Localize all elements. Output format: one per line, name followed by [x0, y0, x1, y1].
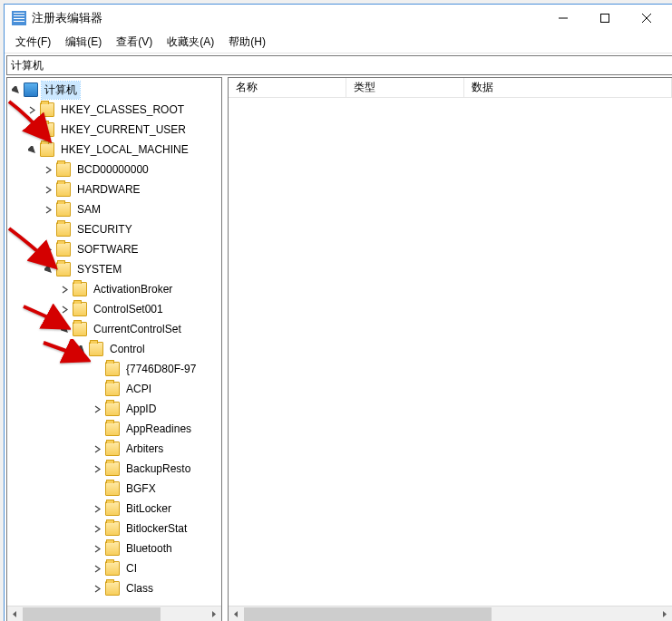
expander-icon[interactable]: [42, 243, 54, 256]
tree-label: SOFTWARE: [77, 243, 139, 256]
expander-icon[interactable]: [42, 163, 54, 176]
tree-node-software[interactable]: SOFTWARE: [7, 239, 221, 259]
menu-favorites[interactable]: 收藏夹(A): [160, 33, 221, 52]
tree-node-bluetooth[interactable]: Bluetooth: [7, 539, 221, 558]
expander-icon[interactable]: [91, 542, 103, 555]
folder-icon: [105, 382, 120, 396]
expander-icon[interactable]: [91, 562, 103, 575]
tree-node-sam[interactable]: SAM: [7, 199, 221, 219]
list-horizontal-scrollbar[interactable]: [229, 606, 672, 621]
tree-node-hklm[interactable]: HKEY_LOCAL_MACHINE: [7, 140, 221, 160]
tree-node-bcd[interactable]: BCD00000000: [7, 160, 221, 180]
column-header-type[interactable]: 类型: [346, 78, 464, 97]
tree-label: Bluetooth: [126, 542, 172, 555]
scroll-right-button[interactable]: [206, 607, 221, 621]
scroll-track[interactable]: [244, 607, 657, 621]
close-button[interactable]: [626, 5, 667, 32]
tree-label: Arbiters: [126, 442, 163, 455]
expander-icon[interactable]: [74, 343, 87, 355]
folder-icon: [105, 481, 120, 496]
expander-icon[interactable]: [25, 143, 38, 156]
tree-node-currentcontrolset[interactable]: CurrentControlSet: [7, 319, 221, 339]
folder-icon: [73, 282, 87, 296]
minimize-button[interactable]: [542, 5, 584, 32]
expander-icon[interactable]: [91, 502, 103, 515]
tree-node-hkcu[interactable]: HKEY_CURRENT_USER: [7, 120, 221, 140]
address-path: 计算机: [11, 58, 44, 73]
expander-icon[interactable]: [25, 103, 38, 116]
menubar: 文件(F) 编辑(E) 查看(V) 收藏夹(A) 帮助(H): [5, 32, 672, 53]
scroll-right-button[interactable]: [657, 607, 672, 621]
folder-icon: [105, 402, 120, 416]
scroll-thumb[interactable]: [23, 607, 161, 621]
address-bar[interactable]: 计算机: [6, 55, 672, 75]
tree-node-class[interactable]: Class: [7, 578, 221, 598]
tree-node-guid[interactable]: {7746D80F-97: [7, 359, 221, 379]
tree-node-appreadiness[interactable]: AppReadines: [7, 419, 221, 439]
expander-icon[interactable]: [91, 522, 103, 535]
expander-icon[interactable]: [58, 303, 71, 315]
expander-icon[interactable]: [58, 323, 71, 335]
tree-horizontal-scrollbar[interactable]: [7, 606, 221, 621]
tree-label: ActivationBroker: [93, 283, 172, 296]
tree-node-appid[interactable]: AppID: [7, 399, 221, 419]
expander-icon[interactable]: [42, 183, 54, 196]
tree-node-system[interactable]: SYSTEM: [7, 259, 221, 279]
tree-node-activationbroker[interactable]: ActivationBroker: [7, 279, 221, 299]
expander-icon[interactable]: [58, 283, 71, 296]
tree-node-computer[interactable]: 计算机: [7, 80, 221, 100]
expander-icon[interactable]: [91, 462, 103, 475]
menu-file[interactable]: 文件(F): [8, 33, 58, 52]
maximize-button[interactable]: [584, 5, 626, 32]
titlebar[interactable]: 注册表编辑器: [5, 5, 672, 32]
folder-icon: [105, 422, 120, 436]
expander-icon[interactable]: [91, 403, 103, 415]
folder-icon: [105, 501, 120, 516]
tree-node-hkcr[interactable]: HKEY_CLASSES_ROOT: [7, 100, 221, 120]
tree-label: AppReadines: [126, 422, 191, 435]
menu-edit[interactable]: 编辑(E): [58, 33, 109, 52]
expander-icon[interactable]: [42, 263, 54, 276]
tree-label: {7746D80F-97: [126, 363, 196, 375]
tree-node-security[interactable]: SECURITY: [7, 219, 221, 239]
scroll-left-button[interactable]: [7, 607, 23, 621]
tree-node-bitlockerstatus[interactable]: BitlockerStat: [7, 519, 221, 539]
folder-icon: [56, 162, 71, 177]
folder-icon: [105, 461, 120, 476]
list-header: 名称 类型 数据: [229, 78, 672, 98]
list-body[interactable]: [229, 98, 672, 606]
tree-label: SYSTEM: [77, 263, 122, 276]
tree-node-bgfx[interactable]: BGFX: [7, 479, 221, 499]
tree-node-arbiters[interactable]: Arbiters: [7, 439, 221, 459]
expander-icon[interactable]: [9, 83, 22, 96]
tree-node-ci[interactable]: CI: [7, 558, 221, 578]
scroll-track[interactable]: [23, 607, 206, 621]
expander-icon[interactable]: [25, 123, 38, 136]
values-list-pane: 名称 类型 数据: [228, 77, 672, 621]
column-header-name[interactable]: 名称: [229, 78, 346, 97]
scroll-left-button[interactable]: [229, 607, 244, 621]
column-header-data[interactable]: 数据: [464, 78, 672, 97]
folder-icon: [105, 581, 120, 596]
folder-icon: [56, 182, 71, 197]
scroll-thumb[interactable]: [244, 607, 492, 621]
tree-node-controlset001[interactable]: ControlSet001: [7, 299, 221, 319]
tree-node-bitlocker[interactable]: BitLocker: [7, 499, 221, 519]
expander-icon[interactable]: [91, 442, 103, 455]
tree-label: BGFX: [126, 482, 156, 495]
expander-icon[interactable]: [91, 582, 103, 595]
expander-icon[interactable]: [42, 203, 54, 216]
registry-tree[interactable]: 计算机 HKEY_CLASSES_ROOT HKEY_CURRENT_USER …: [7, 78, 221, 606]
registry-editor-window: 注册表编辑器 文件(F) 编辑(E) 查看(V) 收藏夹(A) 帮助(H) 计算…: [4, 4, 672, 621]
tree-label: HKEY_LOCAL_MACHINE: [61, 143, 189, 156]
tree-node-acpi[interactable]: ACPI: [7, 379, 221, 399]
menu-view[interactable]: 查看(V): [109, 33, 160, 52]
tree-pane: 计算机 HKEY_CLASSES_ROOT HKEY_CURRENT_USER …: [6, 77, 222, 621]
tree-label: HARDWARE: [77, 183, 141, 196]
menu-help[interactable]: 帮助(H): [221, 33, 273, 52]
folder-icon: [40, 102, 54, 117]
tree-node-backuprestore[interactable]: BackupResto: [7, 459, 221, 479]
tree-label: SECURITY: [77, 223, 132, 236]
tree-node-hardware[interactable]: HARDWARE: [7, 180, 221, 199]
tree-node-control[interactable]: Control: [7, 339, 221, 359]
